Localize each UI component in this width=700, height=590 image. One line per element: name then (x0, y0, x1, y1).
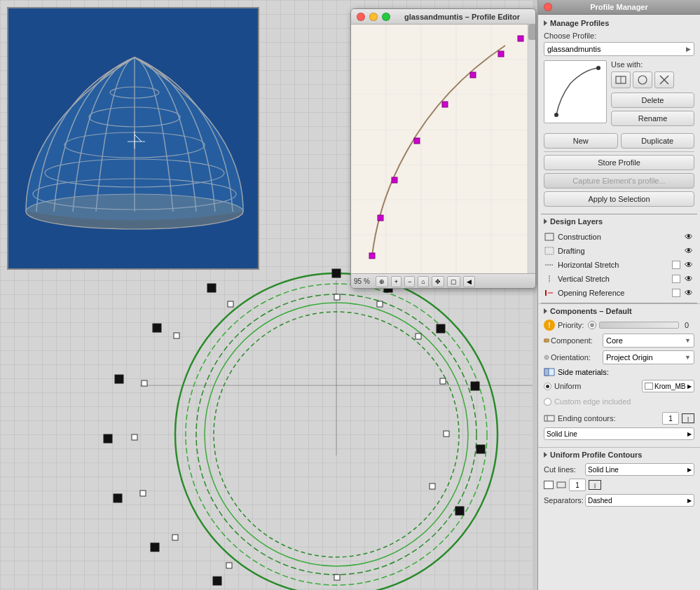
svg-rect-92 (557, 482, 565, 488)
svg-rect-78 (545, 247, 554, 254)
layer-row-drafting: Drafting 👁 (544, 244, 694, 258)
drafting-layer-name: Drafting (558, 247, 680, 255)
manage-profiles-label: Manage Profiles (550, 19, 609, 27)
profile-editor-titlebar: glassandmuntis – Profile Editor (351, 9, 535, 25)
uniform-radio[interactable] (544, 383, 551, 390)
profile-preview-row: Use with: Delete Rename (544, 60, 694, 129)
construction-eye-btn[interactable]: 👁 (683, 232, 694, 242)
components-triangle-icon (544, 308, 547, 314)
capture-profile-btn[interactable]: Capture Element's profile... (544, 173, 694, 188)
new-btn[interactable]: New (544, 133, 618, 149)
pan-btn[interactable]: ✥ (432, 276, 444, 287)
opening-reference-eye-btn[interactable]: 👁 (683, 288, 694, 298)
horizontal-stretch-eye-btn[interactable]: 👁 (683, 260, 694, 270)
custom-edge-radio[interactable] (544, 398, 551, 406)
profile-editor-title: glassandmuntis – Profile Editor (394, 13, 530, 21)
cut-lines-dropdown[interactable]: Solid Line ▶ (585, 463, 694, 476)
ending-contours-icon (544, 413, 555, 423)
apply-to-selection-btn[interactable]: Apply to Selection (544, 191, 694, 207)
uniform-profile-contours-section: Uniform Profile Contours Cut lines: Soli… (538, 447, 700, 512)
svg-rect-29 (172, 535, 178, 540)
rename-btn[interactable]: Rename (611, 111, 694, 126)
solid-line-dropdown[interactable]: Solid Line ▶ (544, 427, 694, 440)
svg-rect-21 (334, 294, 340, 300)
side-materials-icon (544, 367, 555, 377)
use-with-btn-1[interactable] (611, 71, 631, 88)
construction-layer-name: Construction (558, 233, 680, 241)
priority-dot (588, 321, 596, 329)
svg-rect-30 (140, 490, 146, 496)
solid-line-value: Solid Line (547, 430, 577, 438)
cut-lines-arrow: ▶ (687, 467, 692, 473)
orientation-icon (544, 352, 549, 362)
ending-contours-bar: | (682, 413, 694, 423)
svg-rect-27 (334, 575, 340, 580)
svg-point-5 (205, 303, 468, 566)
use-with-buttons (611, 71, 694, 88)
svg-rect-18 (115, 375, 123, 383)
profile-editor-toolbar: 95 % ⊕ + − ⌂ ✥ ▢ ◀ (351, 273, 535, 289)
svg-rect-12 (455, 507, 464, 515)
svg-rect-64 (470, 72, 476, 78)
custom-edge-label: Custom edge included (554, 397, 694, 406)
separators-dropdown[interactable]: Dashed ▶ (585, 494, 694, 507)
svg-point-3 (186, 284, 487, 585)
zoom-window-btn[interactable]: ▢ (447, 276, 460, 287)
svg-rect-62 (414, 138, 420, 144)
section-divider-1 (544, 151, 694, 152)
use-with-btn-2[interactable] (633, 71, 652, 88)
vertical-stretch-eye-btn[interactable]: 👁 (683, 274, 694, 284)
profile-manager-close-btn[interactable] (544, 3, 552, 11)
component-dropdown[interactable]: Core ▼ (603, 334, 694, 348)
ending-contours-number[interactable]: 1 (662, 412, 679, 425)
drafting-eye-btn[interactable]: 👁 (683, 246, 694, 256)
separators-row: Separators: Dashed ▶ (544, 494, 694, 507)
opening-reference-checkbox[interactable] (672, 289, 680, 297)
maximize-traffic-light[interactable] (382, 13, 390, 21)
vertical-stretch-layer-name: Vertical Stretch (558, 275, 669, 283)
priority-slider[interactable] (599, 322, 679, 329)
orientation-dropdown[interactable]: Project Origin ▼ (603, 350, 694, 364)
svg-rect-7 (332, 269, 341, 277)
component-arrow: ▼ (685, 337, 691, 344)
svg-rect-67 (528, 25, 536, 273)
choose-profile-arrow: ▶ (686, 46, 691, 53)
component-field-row: Component: Core ▼ (544, 334, 694, 348)
minimize-traffic-light[interactable] (369, 13, 378, 21)
svg-rect-69 (546, 62, 605, 122)
svg-rect-28 (226, 563, 232, 568)
svg-rect-20 (207, 284, 216, 292)
orientation-arrow: ▼ (685, 354, 691, 361)
profile-manager-panel: Profile Manager Manage Profiles Choose P… (537, 0, 700, 590)
material-dropdown[interactable]: Krom_MB ▶ (642, 380, 694, 392)
zoom-out-btn[interactable]: − (404, 276, 415, 287)
cut-lines-label: Cut lines: (544, 465, 582, 474)
zoom-reset-btn[interactable]: ⌂ (418, 276, 428, 287)
solid-line-arrow: ▶ (687, 431, 692, 437)
zoom-fit-btn[interactable]: ⊕ (376, 276, 388, 287)
delete-btn[interactable]: Delete (611, 92, 694, 108)
zoom-label: 95 % (354, 277, 370, 285)
uniform-label: Uniform (554, 382, 639, 390)
svg-rect-32 (142, 380, 147, 386)
horizontal-stretch-checkbox[interactable] (672, 261, 680, 269)
zoom-in-btn[interactable]: + (391, 276, 402, 287)
svg-rect-63 (442, 102, 448, 107)
use-with-btn-3[interactable] (654, 71, 674, 88)
contour-number[interactable]: 1 (569, 479, 586, 491)
svg-point-70 (554, 113, 558, 117)
orientation-value: Project Origin (606, 353, 653, 362)
vertical-stretch-checkbox[interactable] (672, 275, 680, 283)
close-traffic-light[interactable] (357, 13, 365, 21)
svg-rect-66 (518, 36, 523, 41)
choose-profile-dropdown[interactable]: glassandmuntis ▶ (544, 42, 694, 56)
separators-arrow: ▶ (687, 498, 692, 504)
layer-row-horizontal-stretch: Horizontal Stretch 👁 (544, 258, 694, 272)
profile-preview-box (544, 60, 607, 123)
svg-rect-25 (444, 431, 449, 437)
svg-rect-33 (174, 333, 179, 338)
duplicate-btn[interactable]: Duplicate (621, 133, 695, 149)
store-profile-btn[interactable]: Store Profile (544, 155, 694, 170)
material-value: Krom_MB (654, 383, 685, 390)
zoom-prev-btn[interactable]: ◀ (463, 276, 475, 287)
